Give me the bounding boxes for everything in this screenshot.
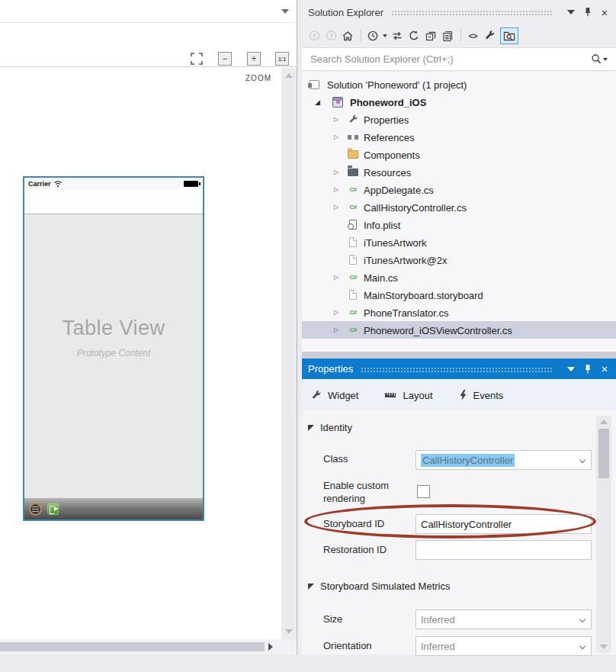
zoom-fit-button[interactable]: [190, 52, 204, 66]
wrench-icon: [347, 114, 359, 126]
expander-expanded-icon[interactable]: ◢: [315, 98, 320, 105]
enable-custom-rendering-checkbox[interactable]: [417, 485, 430, 498]
toolbar-separator: [460, 30, 461, 42]
tree-item-appdelegate[interactable]: ▷ C# AppDelegate.cs: [302, 181, 616, 198]
search-icon[interactable]: [591, 53, 602, 65]
scrollbar-thumb[interactable]: [0, 642, 265, 651]
view-code-button[interactable]: <>: [465, 28, 480, 43]
tree-item-properties[interactable]: ▷ Properties: [302, 111, 616, 128]
pin-icon[interactable]: [581, 362, 595, 376]
tree-item-resources[interactable]: ▷ Resources: [302, 163, 616, 181]
expander-collapsed-icon[interactable]: ▷: [334, 117, 338, 123]
properties-vertical-scrollbar[interactable]: [596, 416, 611, 653]
iphone-view-controller[interactable]: Carrier Table View Prototype Content: [23, 176, 204, 521]
expander-collapsed-icon[interactable]: ▷: [334, 275, 338, 281]
exit-segue-icon[interactable]: [47, 503, 59, 515]
tree-item-references[interactable]: ▷ References: [302, 128, 616, 146]
tree-item-mainstoryboard[interactable]: MainStoryboard.storyboard: [302, 286, 616, 304]
zoom-out-button[interactable]: −: [218, 52, 232, 66]
tab-widget[interactable]: Widget: [311, 390, 358, 401]
chevron-down-icon[interactable]: [579, 457, 586, 463]
section-expanded-icon[interactable]: [308, 425, 314, 431]
search-options-dropdown-icon[interactable]: [603, 58, 608, 61]
expander-collapsed-icon[interactable]: ▷: [334, 169, 338, 175]
titlebar-grip: [391, 10, 553, 16]
sync-with-active-document-button[interactable]: [390, 28, 405, 43]
tree-item-phoneword-iosviewcontroller[interactable]: ▷ C# Phoneword_iOSViewController.cs: [302, 321, 616, 339]
zoom-actual-size-button[interactable]: 1:1: [275, 52, 289, 66]
storyboard-id-input[interactable]: [421, 519, 586, 530]
preview-selected-items-button[interactable]: [500, 27, 518, 44]
tree-item-infoplist[interactable]: Info.plist: [302, 216, 616, 233]
class-combobox[interactable]: CallHistoryController: [415, 450, 592, 470]
toolbar-overflow-icon[interactable]: [281, 9, 289, 14]
orientation-label: Orientation: [323, 640, 372, 651]
folder-yellow-icon: [347, 149, 359, 161]
pending-changes-filter-button[interactable]: [365, 28, 380, 43]
section-expanded-icon[interactable]: [308, 584, 314, 590]
tree-item-callhistorycontroller[interactable]: ▷ C# CallHistoryController.cs: [302, 198, 616, 216]
view-controller-icon[interactable]: [29, 503, 42, 516]
ios-designer-pane: − + 1:1 ZOOM Carrier Table View: [0, 0, 297, 654]
tree-item-maincs[interactable]: ▷ C# Main.cs: [302, 268, 616, 286]
section-identity[interactable]: Identity: [308, 422, 352, 433]
expander-collapsed-icon[interactable]: ▷: [334, 204, 338, 211]
right-dock-panel: Solution Explorer ×: [302, 0, 616, 654]
filter-dropdown-icon[interactable]: [383, 34, 387, 37]
orientation-combobox[interactable]: Inferred: [415, 636, 592, 656]
chevron-down-icon[interactable]: [579, 616, 586, 622]
restoration-id-input[interactable]: [421, 545, 586, 556]
solution-explorer-title: Solution Explorer: [308, 7, 383, 18]
search-controls: [591, 53, 616, 65]
scrollbar-thumb[interactable]: [598, 429, 609, 478]
solution-explorer-titlebar[interactable]: Solution Explorer ×: [302, 2, 616, 23]
table-view-canvas[interactable]: Table View Prototype Content: [24, 214, 203, 498]
home-button[interactable]: [340, 28, 355, 43]
tree-item-itunesartwork2x[interactable]: iTunesArtwork@2x: [302, 251, 616, 268]
tree-item-phonetranslator[interactable]: ▷ C# PhoneTranslator.cs: [302, 304, 616, 321]
properties-button[interactable]: [482, 28, 497, 43]
scroll-down-arrow-icon[interactable]: [285, 629, 293, 634]
pin-icon[interactable]: [581, 5, 595, 19]
scroll-down-arrow-icon[interactable]: [600, 645, 608, 649]
chevron-down-icon[interactable]: [579, 643, 586, 649]
scroll-up-arrow-icon[interactable]: [600, 420, 608, 424]
csharp-file-icon: C#: [347, 272, 359, 284]
tree-item-solution[interactable]: Solution 'Phoneword' (1 project): [302, 76, 616, 93]
csharp-file-icon: C#: [347, 184, 359, 196]
close-icon[interactable]: ×: [598, 362, 611, 376]
designer-vertical-scrollbar[interactable]: [281, 68, 297, 639]
battery-icon: [184, 181, 198, 187]
tree-item-components[interactable]: Components: [302, 146, 616, 163]
back-button[interactable]: [306, 28, 322, 43]
file-icon: [347, 236, 359, 249]
close-icon[interactable]: ×: [598, 5, 611, 19]
toolbar-separator: [361, 30, 361, 42]
refresh-button[interactable]: [406, 28, 422, 43]
window-position-menu-icon[interactable]: [564, 362, 578, 376]
expander-collapsed-icon[interactable]: ▷: [334, 310, 338, 316]
expander-collapsed-icon[interactable]: ▷: [334, 134, 338, 140]
window-position-menu-icon[interactable]: [564, 5, 578, 19]
section-storyboard-simulated-metrics[interactable]: Storyboard Simulated Metrics: [308, 580, 451, 592]
properties-titlebar[interactable]: Properties ×: [302, 359, 616, 379]
scroll-right-arrow-icon[interactable]: [268, 643, 273, 651]
panel-splitter[interactable]: [302, 352, 616, 359]
scroll-up-arrow-icon[interactable]: [285, 73, 293, 78]
forward-button[interactable]: [323, 28, 338, 43]
zoom-in-button[interactable]: +: [247, 52, 261, 66]
expander-collapsed-icon[interactable]: ▷: [334, 327, 338, 333]
tree-item-phoneword-ios[interactable]: ◢ Phoneword_iOS: [302, 93, 616, 111]
designer-horizontal-scrollbar[interactable]: [0, 639, 297, 654]
tree-item-itunesartwork[interactable]: iTunesArtwork: [302, 233, 616, 251]
class-label: Class: [323, 453, 348, 465]
size-combobox[interactable]: Inferred: [415, 609, 592, 629]
show-all-files-button[interactable]: [440, 28, 455, 43]
size-label: Size: [323, 613, 342, 625]
expander-collapsed-icon[interactable]: ▷: [334, 187, 338, 193]
list-lines-icon: [32, 506, 39, 512]
search-input[interactable]: [302, 53, 591, 65]
collapse-all-button[interactable]: [423, 28, 438, 43]
tab-layout[interactable]: Layout: [384, 390, 432, 401]
tab-events[interactable]: Events: [459, 390, 504, 401]
